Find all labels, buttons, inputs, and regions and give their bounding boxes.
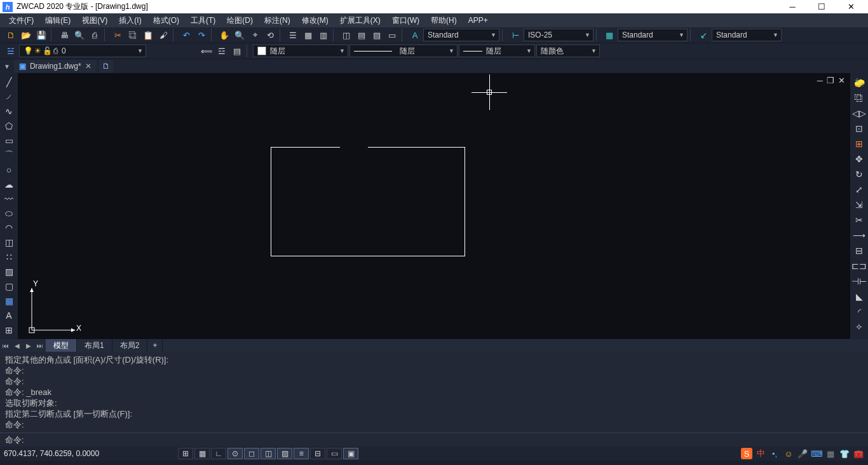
break-point-icon[interactable]: ⊟ xyxy=(852,244,866,258)
chamfer-icon[interactable]: ◣ xyxy=(852,289,866,303)
region-icon[interactable]: ▭ xyxy=(385,29,399,41)
break-icon[interactable]: ⊏⊐ xyxy=(852,259,866,273)
array-icon[interactable]: ⊞ xyxy=(852,137,866,151)
paste-icon[interactable]: 📋 xyxy=(141,29,155,41)
minimize-button[interactable]: ─ xyxy=(778,0,807,13)
join-icon[interactable]: ⊣⊢ xyxy=(852,274,866,288)
region-tool-icon[interactable]: ▢ xyxy=(2,279,16,293)
table-style-dropdown[interactable]: Standard▼ xyxy=(618,29,688,41)
linecolor-dropdown[interactable]: 随层 ▼ xyxy=(253,45,348,57)
dyn-input-icon[interactable]: ▨ xyxy=(277,448,292,459)
menu-dimension[interactable]: 标注(N) xyxy=(259,14,295,27)
dimstyle-icon[interactable]: ⊢ xyxy=(508,29,522,41)
layer-iso-icon[interactable]: ▤ xyxy=(230,45,244,57)
mtext-icon[interactable]: A xyxy=(2,309,16,322)
xline-icon[interactable]: ⟋ xyxy=(2,90,16,104)
layer-state-icon[interactable]: ☲ xyxy=(215,45,229,57)
menu-insert[interactable]: 插入(I) xyxy=(114,14,146,27)
spline-icon[interactable]: 〰 xyxy=(2,192,16,205)
new-icon[interactable]: 🗋 xyxy=(4,29,18,41)
menu-modify[interactable]: 修改(M) xyxy=(297,14,334,27)
print-icon[interactable]: 🖶 xyxy=(57,29,71,41)
open-icon[interactable]: 📂 xyxy=(19,29,33,41)
line-icon[interactable]: ╱ xyxy=(2,76,16,89)
tab-layout2[interactable]: 布局2 xyxy=(112,339,148,352)
viewport-close-icon[interactable]: ✕ xyxy=(838,76,845,85)
design-center-icon[interactable]: ▦ xyxy=(301,29,315,41)
trim-icon[interactable]: ✂ xyxy=(852,213,866,227)
mirror-icon[interactable]: ◁▷ xyxy=(852,106,866,120)
ime-pad-icon[interactable]: ▦ xyxy=(825,448,836,459)
cut-icon[interactable]: ✂ xyxy=(111,29,125,41)
ellipse-arc-icon[interactable]: ◠ xyxy=(2,221,16,235)
menu-draw[interactable]: 绘图(D) xyxy=(222,14,258,27)
move-icon[interactable]: ✥ xyxy=(852,152,866,166)
stretch-icon[interactable]: ⇲ xyxy=(852,198,866,212)
doctab-drawing1[interactable]: ▣ Drawing1.dwg* ✕ xyxy=(14,60,97,73)
command-input[interactable] xyxy=(24,435,863,445)
grid-display-icon[interactable]: ▦ xyxy=(194,448,210,459)
revcloud-icon[interactable]: ☁ xyxy=(2,177,16,191)
pan-icon[interactable]: ✋ xyxy=(217,29,231,41)
hatch-tool-icon[interactable]: ▨ xyxy=(2,265,16,279)
layer-prev-icon[interactable]: ⟸ xyxy=(200,45,214,57)
tablestyle-icon[interactable]: ▦ xyxy=(602,29,616,41)
matchprop-icon[interactable]: 🖌 xyxy=(156,29,170,41)
arc-icon[interactable]: ⌒ xyxy=(2,148,16,162)
tool-palette-icon[interactable]: ▥ xyxy=(316,29,330,41)
preview-icon[interactable]: 🔍 xyxy=(72,29,86,41)
publish-icon[interactable]: ⎙ xyxy=(88,29,102,41)
layout-nav-first[interactable]: ⏮ xyxy=(0,340,11,351)
erase-icon[interactable]: 🧽 xyxy=(852,76,866,90)
lwt-icon[interactable]: ≡ xyxy=(294,448,309,459)
zoom-realtime-icon[interactable]: 🔍 xyxy=(233,29,247,41)
polygon-icon[interactable]: ⬠ xyxy=(2,120,16,133)
annoscale-icon[interactable]: ▣ xyxy=(343,448,358,459)
doctab-dropdown-icon[interactable]: ▼ xyxy=(4,63,10,70)
menu-window[interactable]: 窗口(W) xyxy=(387,14,424,27)
maximize-button[interactable]: ☐ xyxy=(807,0,836,13)
menu-edit[interactable]: 编辑(E) xyxy=(40,14,76,27)
rectangle-icon[interactable]: ▭ xyxy=(2,134,16,148)
ime-keyboard-icon[interactable]: ⌨ xyxy=(811,448,822,459)
grid-tool-icon[interactable]: ⊞ xyxy=(2,323,16,337)
layout-nav-prev[interactable]: ◀ xyxy=(11,340,23,351)
ime-toolbox-icon[interactable]: 🧰 xyxy=(853,448,864,459)
linetype-dropdown[interactable]: 随层 ▼ xyxy=(349,45,458,57)
close-button[interactable]: ✕ xyxy=(836,0,865,13)
plotstyle-dropdown[interactable]: 随颜色 ▼ xyxy=(536,45,600,57)
tab-layout1[interactable]: 布局1 xyxy=(77,339,112,352)
menu-help[interactable]: 帮助(H) xyxy=(426,14,462,27)
table-icon[interactable]: ▤ xyxy=(355,29,369,41)
osnap-icon[interactable]: ◻ xyxy=(244,448,259,459)
layer-dropdown[interactable]: 💡 ☀ 🔓 ⎙ 0 ▼ xyxy=(19,45,146,57)
drawing-canvas[interactable]: ─ ❐ ✕ Y X xyxy=(18,73,850,339)
viewport-restore-icon[interactable]: ❐ xyxy=(827,76,834,85)
table-tool-icon[interactable]: ▦ xyxy=(2,294,16,307)
dim-style-dropdown[interactable]: ISO-25▼ xyxy=(524,29,593,41)
extend-icon[interactable]: ⟶ xyxy=(852,228,866,242)
zoom-window-icon[interactable]: ⌖ xyxy=(248,29,262,41)
snap-grid-icon[interactable]: ⊞ xyxy=(178,448,193,459)
ime-logo-icon[interactable]: S xyxy=(741,448,752,459)
ortho-icon[interactable]: ∟ xyxy=(211,448,226,459)
cmdpanel-close-icon[interactable]: × xyxy=(1,353,13,363)
tab-add-layout[interactable]: + xyxy=(147,339,163,352)
viewport-min-icon[interactable]: ─ xyxy=(817,76,823,85)
doctab-close-icon[interactable]: ✕ xyxy=(85,62,92,71)
new-doctab-button[interactable]: 🗋 xyxy=(99,60,113,73)
tab-model[interactable]: 模型 xyxy=(46,339,77,352)
copy-icon[interactable]: ⿻ xyxy=(126,29,140,41)
ellipse-icon[interactable]: ⬭ xyxy=(2,207,16,220)
menu-view[interactable]: 视图(V) xyxy=(77,14,112,27)
block-icon[interactable]: ◫ xyxy=(339,29,353,41)
explode-icon[interactable]: ✧ xyxy=(852,320,866,334)
text-style-dropdown[interactable]: Standard▼ xyxy=(423,29,499,41)
menu-tools[interactable]: 工具(T) xyxy=(186,14,220,27)
coordinates[interactable]: 670.4137, 740.6259, 0.0000 xyxy=(4,449,99,458)
point-icon[interactable]: ∷ xyxy=(2,251,16,264)
circle-icon[interactable]: ○ xyxy=(2,163,16,176)
polyline-icon[interactable]: ∿ xyxy=(2,105,16,118)
polar-icon[interactable]: ⊙ xyxy=(227,448,243,459)
cycling-icon[interactable]: ⊟ xyxy=(310,448,325,459)
